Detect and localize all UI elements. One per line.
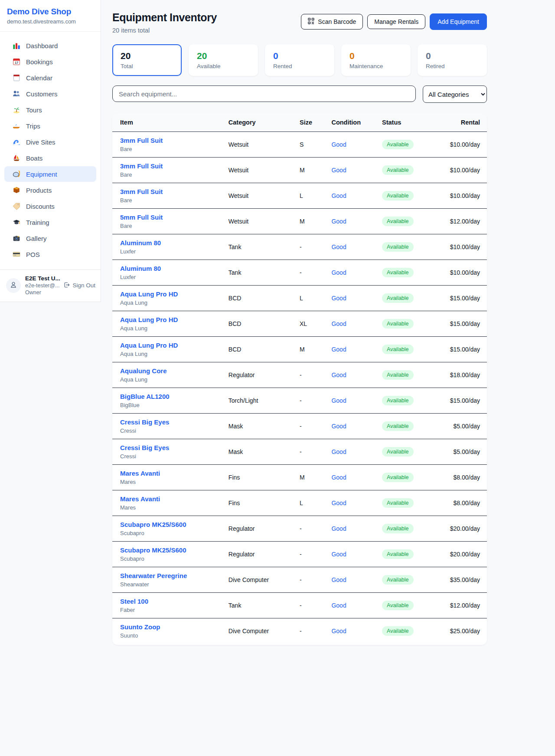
item-size: - [300, 371, 302, 378]
table-row[interactable]: BigBlue AL1200BigBlueTorch/Light-GoodAva… [112, 388, 487, 414]
item-name-link[interactable]: Suunto Zoop [120, 623, 229, 631]
item-name-link[interactable]: 3mm Full Suit [120, 162, 229, 170]
table-row[interactable]: Aluminum 80LuxferTank-GoodAvailable$10.0… [112, 234, 487, 260]
table-row[interactable]: Scubapro MK25/S600ScubaproRegulator-Good… [112, 542, 487, 567]
table-row[interactable]: 3mm Full SuitBareWetsuitMGoodAvailable$1… [112, 158, 487, 183]
item-brand: Aqua Lung [120, 351, 229, 357]
item-name-link[interactable]: Cressi Big Eyes [120, 418, 229, 426]
sidebar-item-gallery[interactable]: Gallery [4, 230, 96, 246]
item-category: Wetsuit [229, 218, 248, 225]
status-badge: Available [382, 549, 414, 559]
item-name-link[interactable]: Steel 100 [120, 598, 229, 605]
item-name-link[interactable]: Aluminum 80 [120, 239, 229, 247]
sidebar-item-dashboard[interactable]: Dashboard [4, 38, 96, 53]
stat-value: 0 [426, 51, 479, 61]
sidebar-item-tours[interactable]: Tours [4, 102, 96, 118]
item-category: Wetsuit [229, 167, 248, 174]
sidebar-item-dive-sites[interactable]: Dive Sites [4, 134, 96, 150]
brand-name[interactable]: Demo Dive Shop [7, 7, 94, 16]
item-condition: Good [331, 474, 346, 481]
item-condition: Good [331, 218, 346, 225]
stat-card-retired[interactable]: 0Retired [418, 44, 487, 76]
barcode-icon [308, 18, 314, 26]
item-size: M [300, 218, 305, 225]
sidebar-item-boats[interactable]: Boats [4, 150, 96, 166]
table-row[interactable]: Aqualung CoreAqua LungRegulator-GoodAvai… [112, 362, 487, 388]
app-root: Demo Dive Shop demo.test.divestreams.com… [0, 0, 555, 645]
page-header: Equipment Inventory 20 items total Scan … [112, 11, 487, 34]
user-meta: E2E Test U... e2e-tester@... Owner [25, 275, 59, 296]
sidebar-item-equipment[interactable]: Equipment [4, 166, 96, 182]
item-name-link[interactable]: Aqua Lung Pro HD [120, 342, 229, 349]
item-name-link[interactable]: 5mm Full Suit [120, 214, 229, 221]
sidebar-item-label: Boats [26, 154, 42, 162]
table-row[interactable]: Mares AvantiMaresFinsLGoodAvailable$8.00… [112, 490, 487, 516]
item-name-link[interactable]: Mares Avanti [120, 470, 229, 477]
sidebar-item-training[interactable]: Training [4, 214, 96, 230]
sailboat-icon [13, 154, 20, 162]
add-equipment-button[interactable]: Add Equipment [430, 13, 487, 30]
sidebar-item-discounts[interactable]: Discounts [4, 198, 96, 214]
status-badge: Available [382, 165, 414, 175]
sidebar-item-products[interactable]: Products [4, 182, 96, 198]
item-condition: Good [331, 551, 346, 558]
item-name-link[interactable]: Aqua Lung Pro HD [120, 316, 229, 323]
table-row[interactable]: Aqua Lung Pro HDAqua LungBCDMGoodAvailab… [112, 337, 487, 362]
status-badge: Available [382, 191, 414, 201]
item-name-link[interactable]: Mares Avanti [120, 495, 229, 503]
item-name-link[interactable]: 3mm Full Suit [120, 137, 229, 144]
table-row[interactable]: Shearwater PeregrineShearwaterDive Compu… [112, 567, 487, 593]
island-icon [13, 106, 20, 114]
status-badge: Available [382, 601, 414, 610]
sidebar-item-customers[interactable]: Customers [4, 86, 96, 102]
stat-card-total[interactable]: 20Total [112, 44, 182, 76]
sidebar-item-trips[interactable]: Trips [4, 118, 96, 134]
stat-card-available[interactable]: 20Available [189, 44, 258, 76]
item-condition: Good [331, 141, 346, 148]
item-brand: Suunto [120, 632, 229, 639]
scan-barcode-button[interactable]: Scan Barcode [301, 14, 363, 30]
table-row[interactable]: Scubapro MK25/S600ScubaproRegulator-Good… [112, 516, 487, 542]
table-row[interactable]: Aqua Lung Pro HDAqua LungBCDLGoodAvailab… [112, 286, 487, 311]
person-icon [10, 281, 17, 290]
item-name-link[interactable]: Cressi Big Eyes [120, 444, 229, 451]
search-input[interactable] [112, 85, 416, 102]
table-row[interactable]: 3mm Full SuitBareWetsuitSGoodAvailable$1… [112, 132, 487, 158]
item-brand: BigBlue [120, 402, 229, 408]
table-row[interactable]: Cressi Big EyesCressiMask-GoodAvailable$… [112, 439, 487, 465]
item-rental-price: $10.00/day [450, 167, 480, 174]
sidebar-item-pos[interactable]: POS [4, 247, 96, 262]
stat-card-rented[interactable]: 0Rented [265, 44, 334, 76]
table-row[interactable]: Aqua Lung Pro HDAqua LungBCDXLGoodAvaila… [112, 311, 487, 337]
status-badge: Available [382, 370, 414, 380]
table-row[interactable]: 5mm Full SuitBareWetsuitMGoodAvailable$1… [112, 209, 487, 234]
table-row[interactable]: Mares AvantiMaresFinsMGoodAvailable$8.00… [112, 465, 487, 490]
table-row[interactable]: Cressi Big EyesCressiMask-GoodAvailable$… [112, 414, 487, 439]
item-name-link[interactable]: Scubapro MK25/S600 [120, 546, 229, 554]
item-name-link[interactable]: Scubapro MK25/S600 [120, 521, 229, 528]
item-category: Wetsuit [229, 192, 248, 199]
table-row[interactable]: Steel 100FaberTank-GoodAvailable$12.00/d… [112, 593, 487, 618]
sidebar-item-label: Customers [26, 90, 58, 98]
equipment-table-card: ItemCategorySizeConditionStatusRental 3m… [112, 113, 487, 645]
item-name-link[interactable]: BigBlue AL1200 [120, 393, 229, 400]
category-select[interactable]: All Categories [423, 85, 487, 103]
sidebar-item-calendar[interactable]: Calendar [4, 70, 96, 85]
table-row[interactable]: Suunto ZoopSuuntoDive Computer-GoodAvail… [112, 618, 487, 644]
item-name-link[interactable]: Aluminum 80 [120, 265, 229, 272]
item-category: BCD [229, 320, 242, 327]
sidebar-item-label: Calendar [26, 74, 52, 82]
manage-rentals-button[interactable]: Manage Rentals [367, 14, 425, 29]
item-name-link[interactable]: Shearwater Peregrine [120, 572, 229, 579]
item-name-link[interactable]: Aqualung Core [120, 367, 229, 375]
table-row[interactable]: 3mm Full SuitBareWetsuitLGoodAvailable$1… [112, 183, 487, 209]
sidebar-item-bookings[interactable]: 17Bookings [4, 54, 96, 69]
status-badge: Available [382, 473, 414, 482]
sign-out-button[interactable]: Sign Out [63, 282, 96, 289]
item-name-link[interactable]: Aqua Lung Pro HD [120, 290, 229, 298]
table-row[interactable]: Aluminum 80LuxferTank-GoodAvailable$10.0… [112, 260, 487, 286]
item-brand: Mares [120, 504, 229, 511]
stat-card-maintenance[interactable]: 0Maintenance [341, 44, 411, 76]
status-badge: Available [382, 447, 414, 457]
item-name-link[interactable]: 3mm Full Suit [120, 188, 229, 195]
